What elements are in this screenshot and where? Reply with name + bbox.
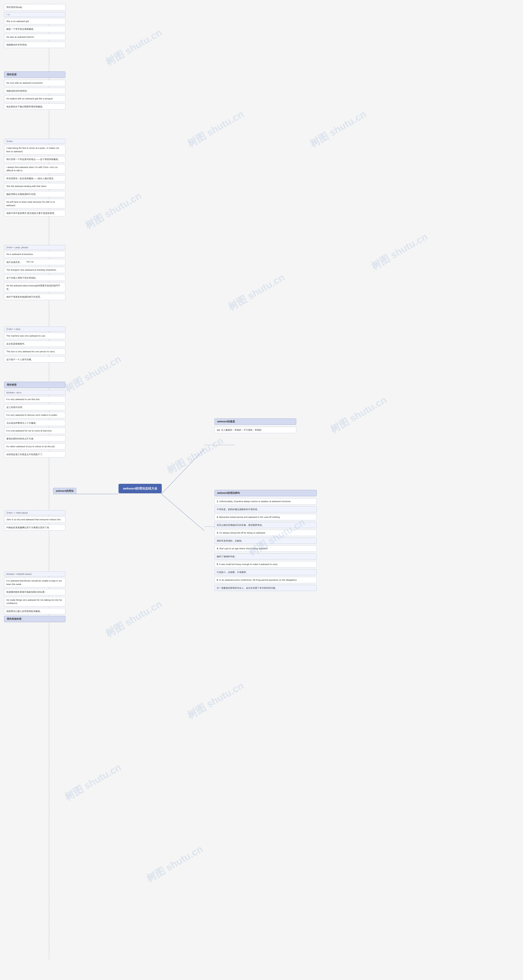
sbe-ex2-zh: 和克里斯在一起总觉得尴尬——他令人难以靠近。 <box>4 175 65 182</box>
section-wh: It/s/was+ +that/wh-clause It is awkward … <box>4 571 65 624</box>
section-prep: S+be+ + prep. phrase He is awkward at bu… <box>4 245 65 302</box>
pred-ex4-en: It's rather awkward of you to refuse to … <box>4 443 65 450</box>
pred-ex3-zh: 要我在那时间来有点不方便。 <box>4 436 65 442</box>
prep-ex2-en: The foreigner was awkward at handing cho… <box>4 267 65 273</box>
prep-ex3-zh: 他对于借更多的钱感到很不好意思。 <box>4 294 65 300</box>
meaning-label: awkward的意思 <box>215 418 296 425</box>
wh-ex1-en: It is awkward that Brown should be unabl… <box>4 578 65 587</box>
wh-ex2-zh: 他把我当心腹人反而使我处境尴尬。 <box>4 608 65 614</box>
sbe-ex3-zh: 她处理那位主顾使感到不自然。 <box>4 191 65 197</box>
other-sublabel: 用作其他补语 <box>4 616 65 622</box>
examples-label: awkward的用法例句 <box>215 490 317 496</box>
connectors <box>0 0 511 970</box>
example-2: 2. Alexandra looked plump and awkward in… <box>215 514 317 528</box>
that-formula: S+be+ + +that-clause <box>4 510 65 515</box>
sbe-ex1-en: I hate being the first to arrive at a pa… <box>4 145 65 154</box>
example-3: 3. I'm always being told off for being s… <box>215 530 317 544</box>
section-adj: 用作形容词(adj) = n. She is an awkward girl. … <box>4 4 65 49</box>
section-examples: awkward的用法例句 1. Unfortunately, Grandma a… <box>215 490 317 593</box>
adj-label: 用作形容词(adj) <box>4 4 65 10</box>
pred-ex2-en: It is very awkward to discuss such matte… <box>4 412 65 418</box>
page: 树图 shutu.cn 树图 shutu.cn 树图 shutu.cn 树图 s… <box>0 0 523 980</box>
attr-ex2-zh: 他走路的步子像企鹅那样显得很尴尬。 <box>4 103 65 110</box>
pred-ex3-en: It is a bit awkward for me to come at th… <box>4 428 65 434</box>
svg-line-2 <box>161 494 204 531</box>
left-branch-label: awkward的用法 <box>53 488 76 496</box>
attr-ex2-en: He walked with an awkward gait like a pe… <box>4 95 65 102</box>
sbe-formula: S+be+ <box>4 139 65 144</box>
story-ex2-en: This box is very awkward for one person … <box>4 348 65 355</box>
prep-ex1-zh: 他不会做买卖。 <box>4 259 65 266</box>
that-ex1-en: John is so shy and awkward that everyone… <box>4 516 65 523</box>
story-ex1-en: The machine was very awkward to use. <box>4 333 65 339</box>
wh-ex2-en: He made things very awkward for me talki… <box>4 597 65 606</box>
sbe-ex2-en: I always feel awkward when I'm with Chri… <box>4 164 65 174</box>
tov-formula: It/s/was+ +to+v <box>4 390 65 395</box>
attr-sublabel: 用作定语 <box>4 72 65 78</box>
mindmap: awkward的用法总结大全 awkward的用法 用作形容词(adj) = n… <box>0 0 511 970</box>
section-that: S+be+ + +that-clause John is so shy and … <box>4 510 65 532</box>
prep-ex3-en: He felt awkward about leaving(felt需要开始找到… <box>4 283 65 292</box>
attr-ex1-en: He runs with an awkward movement. <box>4 80 65 86</box>
sbe-ex1-zh: 我讨厌第一个到达派对的地点——这个我觉得很尴尬。 <box>4 156 65 162</box>
adj-ex1-zh: 她是一个举手投足都显尴尬。 <box>4 26 65 32</box>
detected-text-hesso: he's so <box>27 261 34 263</box>
section-story: S+be+ + story The machine was very awkwa… <box>4 326 65 364</box>
section-attr: 用作定语 He runs with an awkward movement. 他… <box>4 72 65 111</box>
example-5: 5. It was small but heavy enough to make… <box>215 561 317 575</box>
section-meaning: awkward的意思 adj. 令人尴尬的；笨拙的；不方便的；笨拙的 <box>215 418 296 435</box>
adj-ex2-zh: 他跳舞动作非常笨拙。 <box>4 41 65 48</box>
example-4: 4. She's got to an age where she is bein… <box>215 546 317 560</box>
section-sbe: S+be+ I hate being the first to arrive a… <box>4 139 65 218</box>
adj-ex1-en: She is an awkward girl. <box>4 18 65 24</box>
prep-ex2-zh: 这个外国人用筷子举步笨拙的。 <box>4 275 65 281</box>
prep-formula: S+be+ + prep. phrase <box>4 245 65 250</box>
adj-formula: = n. <box>4 12 65 17</box>
adj-ex2-en: He was an awkward dancer. <box>4 34 65 40</box>
pred-ex1-en: It is very awkward to use this tool. <box>4 396 65 402</box>
central-node: awkward的用法总结大全 <box>118 484 162 493</box>
predicate-sublabel: 用作表语 <box>4 382 65 388</box>
story-formula: S+be+ + story <box>4 326 65 331</box>
sbe-ex4-en: He will have to leave early because his … <box>4 199 65 208</box>
story-ex2-zh: 这只箱子一个人很不好搬。 <box>4 356 65 363</box>
that-ex1-zh: 约翰如此害羞腼腆以至于大家都注意到了他 <box>4 524 65 531</box>
wh-ex1-zh: 很遗憾布朗本星期不能参加我们的比赛。 <box>4 589 65 595</box>
wh-formula: It/s/was+ +that/wh-clause <box>4 571 65 576</box>
section-predicate: 用作表语 It/s/was+ +to+v It is very awkward … <box>4 382 65 459</box>
example-6: 6. In an awkward press conference, Mr Ki… <box>215 577 317 591</box>
sbe-ex3-en: She felt awkward dealing with that clien… <box>4 183 65 189</box>
story-ex1-zh: 这台机器很难操作。 <box>4 341 65 347</box>
sbe-ex4-zh: 他将不得不提前离开,因为他的大妻不是很讲道理。 <box>4 210 65 216</box>
pred-ex1-zh: 这工具很不好用。 <box>4 404 65 410</box>
pred-ex2-zh: 当众谈这种事情令人十分尴尬。 <box>4 420 65 426</box>
pred-ex4-zh: 你拒绝这项工作真是太不给我面子了。 <box>4 451 65 458</box>
svg-line-1 <box>161 449 204 494</box>
attr-ex1-zh: 他跑动的动作很笨拙。 <box>4 88 65 94</box>
prep-ex1-en: He is awkward at business. <box>4 251 65 258</box>
example-1: 1. Unfortunately, Grandma always seems t… <box>215 498 317 512</box>
meaning-content: adj. 令人尴尬的；笨拙的；不方便的；笨拙的 <box>215 427 296 433</box>
